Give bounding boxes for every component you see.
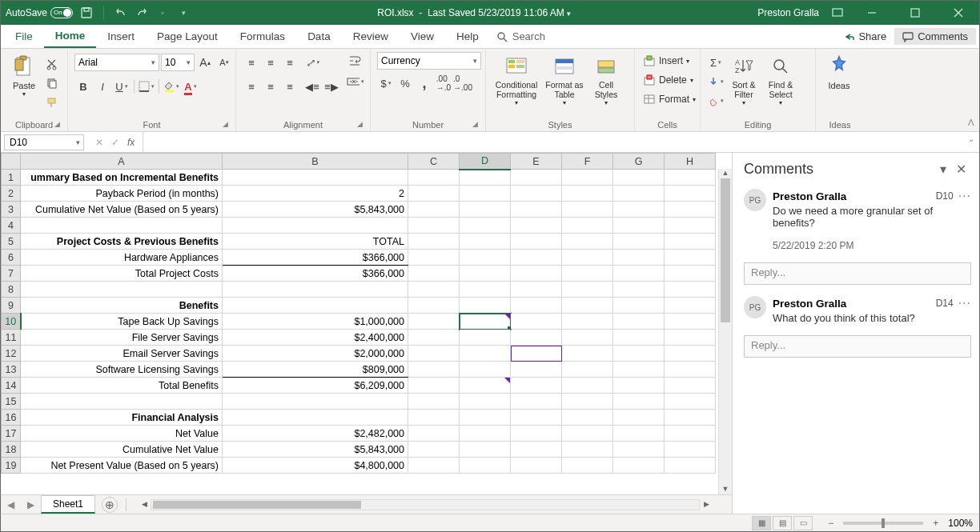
cell[interactable]: [665, 394, 716, 410]
cell[interactable]: [408, 410, 460, 426]
cell[interactable]: [665, 442, 716, 458]
cell[interactable]: $809,000: [223, 362, 408, 378]
cell[interactable]: [511, 234, 562, 250]
italic-button[interactable]: I: [94, 78, 111, 95]
cell[interactable]: $6,209,000: [223, 378, 408, 394]
tab-data[interactable]: Data: [296, 25, 342, 48]
horizontal-scrollbar[interactable]: ◀ ▶: [151, 499, 700, 510]
cell[interactable]: [665, 362, 716, 378]
search-button[interactable]: Search: [496, 30, 545, 42]
scroll-down-icon[interactable]: ▼: [719, 485, 732, 494]
cell[interactable]: [511, 426, 562, 442]
comment-cell-ref[interactable]: D14: [936, 298, 954, 309]
maximize-button[interactable]: [899, 1, 931, 25]
cell[interactable]: $366,000: [223, 250, 408, 266]
reply-input[interactable]: Reply...: [744, 262, 971, 285]
cell[interactable]: [460, 314, 511, 330]
save-icon[interactable]: [79, 6, 94, 20]
autosum-icon[interactable]: Σ: [707, 54, 725, 71]
fill-color-icon[interactable]: [163, 78, 180, 95]
cell[interactable]: Benefits: [21, 298, 223, 314]
cell[interactable]: [408, 234, 460, 250]
row-header[interactable]: 9: [2, 298, 21, 314]
cell[interactable]: [408, 442, 460, 458]
comments-close-icon[interactable]: ✕: [951, 162, 971, 177]
cell[interactable]: [562, 426, 613, 442]
cell[interactable]: [562, 362, 613, 378]
cell[interactable]: [613, 298, 665, 314]
cell[interactable]: [408, 330, 460, 346]
cell[interactable]: Total Project Costs: [21, 266, 223, 282]
cell[interactable]: [21, 282, 223, 298]
cell[interactable]: [408, 314, 460, 330]
cell[interactable]: [665, 234, 716, 250]
cell[interactable]: Tape Back Up Savings: [21, 314, 223, 330]
tab-formulas[interactable]: Formulas: [229, 25, 296, 48]
format-painter-icon[interactable]: [42, 94, 60, 111]
cell[interactable]: Cumulative Net Value (Based on 5 years): [21, 202, 223, 218]
cell[interactable]: Total Benefits: [21, 378, 223, 394]
cell[interactable]: [21, 218, 223, 234]
cell[interactable]: [511, 282, 562, 298]
cell[interactable]: [460, 330, 511, 346]
tab-home[interactable]: Home: [44, 25, 97, 48]
cell[interactable]: [562, 346, 613, 362]
row-header[interactable]: 4: [2, 218, 21, 234]
cell[interactable]: [408, 298, 460, 314]
cell[interactable]: [562, 378, 613, 394]
cell[interactable]: [408, 426, 460, 442]
user-name[interactable]: Preston Gralla: [757, 7, 819, 18]
cell[interactable]: [613, 250, 665, 266]
row-header[interactable]: 7: [2, 266, 21, 282]
cell[interactable]: [511, 410, 562, 426]
tab-view[interactable]: View: [400, 25, 445, 48]
accounting-icon[interactable]: $: [377, 74, 395, 92]
cell[interactable]: [665, 266, 716, 282]
decrease-decimal-icon[interactable]: .0→.00: [454, 74, 472, 92]
cell[interactable]: [460, 378, 511, 394]
vertical-scrollbar[interactable]: ▲ ▼: [718, 169, 732, 494]
cell[interactable]: [223, 282, 408, 298]
cell[interactable]: [511, 218, 562, 234]
cell[interactable]: [460, 202, 511, 218]
cell[interactable]: [511, 202, 562, 218]
cell[interactable]: [665, 378, 716, 394]
row-header[interactable]: 15: [2, 394, 21, 410]
delete-cells-button[interactable]: Delete ▾: [641, 71, 695, 89]
cell[interactable]: [665, 458, 716, 474]
cell[interactable]: [562, 250, 613, 266]
format-table-button[interactable]: Format as Table▾: [542, 52, 587, 106]
cell[interactable]: [665, 426, 716, 442]
cell[interactable]: 2: [223, 186, 408, 202]
cell[interactable]: [460, 362, 511, 378]
underline-button[interactable]: U: [113, 78, 131, 95]
cell[interactable]: [665, 250, 716, 266]
cell[interactable]: $4,800,000: [223, 458, 408, 474]
cell[interactable]: [511, 298, 562, 314]
row-header[interactable]: 18: [2, 442, 21, 458]
row-header[interactable]: 6: [2, 250, 21, 266]
cell[interactable]: [511, 362, 562, 378]
conditional-formatting-button[interactable]: Conditional Formatting▾: [492, 52, 540, 106]
comment-more-icon[interactable]: ···: [958, 189, 971, 203]
cell[interactable]: [460, 186, 511, 202]
cell[interactable]: [665, 298, 716, 314]
tab-page-layout[interactable]: Page Layout: [146, 25, 229, 48]
insert-cells-button[interactable]: Insert ▾: [641, 52, 691, 70]
cell[interactable]: [408, 282, 460, 298]
cell[interactable]: [460, 234, 511, 250]
cell[interactable]: [613, 234, 665, 250]
cell[interactable]: [408, 394, 460, 410]
column-header[interactable]: G: [613, 154, 665, 170]
row-header[interactable]: 2: [2, 186, 21, 202]
cell[interactable]: [408, 250, 460, 266]
normal-view-icon[interactable]: ▦: [752, 516, 771, 530]
comments-options-icon[interactable]: ▾: [935, 162, 951, 177]
cell[interactable]: $5,843,000: [223, 442, 408, 458]
undo-icon[interactable]: [114, 6, 128, 20]
cell[interactable]: [460, 250, 511, 266]
cell[interactable]: $2,400,000: [223, 330, 408, 346]
tab-review[interactable]: Review: [342, 25, 400, 48]
bold-button[interactable]: B: [74, 78, 92, 95]
cell[interactable]: $2,000,000: [223, 346, 408, 362]
